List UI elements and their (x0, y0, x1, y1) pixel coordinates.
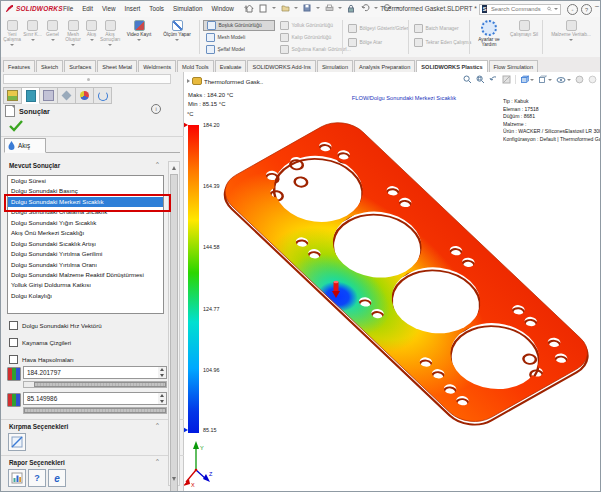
info-icon[interactable]: i (151, 104, 161, 114)
result-item[interactable]: Dolgu Sonundaki Yığın Sıcaklık (8, 218, 163, 228)
save-icon[interactable] (302, 3, 312, 13)
result-item[interactable]: Dolgu Sonundaki Malzeme Reaktif Dönüştür… (8, 270, 163, 280)
tab-features[interactable]: Features (3, 60, 35, 72)
result-item[interactable]: Dolgu Sonundaki Yırtılma Oranı (8, 260, 163, 270)
ribbon-button-sinir-kosullari[interactable]: Sınır K... (23, 19, 42, 55)
configurationmanager-tab[interactable] (40, 87, 58, 104)
max-value-spinner[interactable] (158, 366, 167, 379)
minimize-button[interactable]: – (595, 2, 599, 9)
clipping-plane-button[interactable] (8, 433, 26, 451)
min-value-slider[interactable] (23, 407, 167, 414)
weld-lines-checkbox-row[interactable]: Kaynama Çizgileri (9, 338, 71, 347)
menu-tools[interactable]: Tools (149, 5, 164, 13)
menu-window[interactable]: Window (211, 5, 233, 13)
print-icon[interactable] (324, 3, 334, 13)
gasket-body[interactable] (197, 102, 600, 442)
tab-flow-simulation[interactable]: Flow Simulation (489, 60, 538, 72)
tab-analysis-preparation[interactable]: Analysis Preparation (354, 60, 415, 72)
rollback-bar[interactable] (3, 74, 171, 84)
gasket-model[interactable] (184, 72, 600, 491)
velocity-vector-checkbox-row[interactable]: Dolgu Sonundaki Hız Vektörü (9, 321, 102, 330)
ribbon-button-bolgeyi-gosterir[interactable]: Bölgeyi Gösterir/Gizler (345, 23, 407, 34)
displaymanager-tab[interactable] (76, 87, 94, 104)
report-chevron-icon[interactable]: ^ (156, 458, 159, 464)
ribbon-button-genel[interactable]: Genel (43, 19, 62, 55)
ribbon-button-bolge-atar[interactable]: Bölge Atar (345, 37, 407, 48)
max-value-slider[interactable] (23, 381, 167, 388)
collapse-chevron-icon[interactable]: ^ (156, 161, 159, 167)
air-traps-checkbox-row[interactable]: Hava Hapsolmaları (9, 355, 74, 364)
menu-edit[interactable]: Edit (82, 5, 93, 13)
flow-results-tab[interactable]: Akış (4, 138, 46, 153)
result-item[interactable]: Dolgu Sonundaki Yırtılma Gerilimi (8, 249, 163, 259)
tab-surfaces[interactable]: Surfaces (64, 60, 96, 72)
ribbon-button-calismayi-sil[interactable]: Çalışmayı Sil (508, 19, 540, 55)
result-item[interactable]: Dolgu Süresi (8, 176, 163, 186)
ribbon-button-mesh-olustur[interactable]: Mesh Oluştur (63, 19, 83, 55)
scroll-down-icon[interactable] (172, 477, 176, 481)
search-box[interactable]: S (479, 4, 561, 15)
menu-file[interactable]: File (63, 5, 73, 13)
clipping-chevron-icon[interactable]: ^ (156, 422, 159, 428)
help-icon[interactable]: ? (581, 4, 592, 15)
result-item[interactable]: Dolgu Kolaylığı (8, 291, 163, 301)
ribbon-button-yeni-calisma[interactable]: Yeni Çalışma (2, 19, 22, 55)
search-caret-icon[interactable] (554, 8, 558, 10)
ribbon-button-yolluk-gorunurlugu[interactable]: Yolluk Görünürlüğü (277, 20, 337, 31)
tab-simulation[interactable]: Simulation (317, 60, 353, 72)
ribbon-button-video-kayit[interactable]: Video Kayıt (122, 19, 156, 55)
tab-mold-tools[interactable]: Mold Tools (177, 60, 214, 72)
velocity-vector-checkbox[interactable] (9, 321, 18, 330)
ribbon-button-batch-manager[interactable]: Batch Manager (411, 23, 469, 34)
min-slider-thumb[interactable] (24, 408, 166, 413)
save-caret-icon[interactable] (316, 7, 320, 9)
report-export-button[interactable]: e (48, 469, 66, 487)
ribbon-button-akis-sonuclari[interactable]: Akış Sonuçları (100, 19, 120, 55)
ribbon-button-sogutma-kanali[interactable]: Soğutma Kanalı Görünürl... (277, 44, 341, 55)
tab-weldments[interactable]: Weldments (138, 60, 176, 72)
weld-lines-checkbox[interactable] (9, 338, 18, 347)
ribbon-button-tekrar-eden-calisma[interactable]: Tekrar Eden Çalışma (411, 37, 469, 48)
graphics-viewport[interactable]: Thermoformed Gask.. Maks : 184.20 °C Min… (184, 72, 600, 491)
ribbon-button-akis[interactable]: Akış (84, 19, 99, 55)
propertymanager-tab[interactable] (22, 87, 40, 104)
tab-solidworks-plastics[interactable]: SOLIDWORKS Plastics (416, 60, 487, 72)
new-caret-icon[interactable] (272, 7, 276, 9)
home-icon[interactable] (244, 3, 254, 13)
ribbon-button-olcum-yapar[interactable]: Ölçüm Yapar (159, 19, 195, 55)
search-icon[interactable] (547, 5, 552, 13)
max-value-field[interactable]: 184.201797 (23, 366, 167, 379)
min-value-field[interactable]: 85.149986 (23, 392, 167, 405)
open-folder-icon[interactable] (280, 3, 290, 13)
menu-simulation[interactable]: Simulation (173, 5, 202, 13)
open-caret-icon[interactable] (294, 7, 298, 9)
tab-solidworks-add-ins[interactable]: SOLIDWORKS Add-Ins (247, 60, 315, 72)
ribbon-button-bosluk-gorunurlugu[interactable]: Boşluk Görünürlüğü (203, 20, 275, 31)
scroll-up-icon[interactable] (172, 166, 176, 170)
ribbon-button-seffaf-model[interactable]: Şeffaf Model (203, 44, 275, 55)
min-value-spinner[interactable] (158, 392, 167, 405)
report-image-button[interactable] (8, 469, 26, 487)
search-input[interactable] (489, 5, 545, 13)
result-item[interactable]: Dolgu Sonundaki Sıcaklık Artışı (8, 239, 163, 249)
report-help-button[interactable]: ? (28, 469, 46, 487)
menu-view[interactable]: View (102, 5, 116, 13)
ribbon-button-malzeme-veritabani[interactable]: Malzeme Veritab... (545, 19, 597, 55)
air-traps-checkbox[interactable] (9, 355, 18, 364)
result-item[interactable]: Yolluk Girişi Doldurma Katkısı (8, 280, 163, 290)
tab-sketch[interactable]: Sketch (36, 60, 63, 72)
menu-insert[interactable]: Insert (125, 5, 141, 13)
ribbon-button-ayarlar-ve-yardim[interactable]: Ayarlar ve Yardım (472, 19, 506, 55)
new-document-icon[interactable] (258, 3, 268, 13)
featuremanager-tab[interactable] (3, 87, 22, 104)
result-item[interactable]: Akış Önü Merkezi Sıcaklığı (8, 228, 163, 238)
panel-scrollbar-thumb[interactable] (170, 174, 178, 492)
user-account-icon[interactable]: ◦ (567, 4, 578, 15)
ribbon-button-kalip-gorunurlugu[interactable]: Kalıp Görünürlüğü (277, 32, 337, 43)
tab-evaluate[interactable]: Evaluate (215, 60, 247, 72)
max-slider-thumb[interactable] (34, 382, 166, 387)
tab-sheet-metal[interactable]: Sheet Metal (97, 60, 137, 72)
plastics-manager-tab[interactable] (94, 87, 112, 104)
dimxpertmanager-tab[interactable] (58, 87, 76, 104)
ribbon-button-mesh-modeli[interactable]: Mesh Modeli (203, 32, 275, 43)
